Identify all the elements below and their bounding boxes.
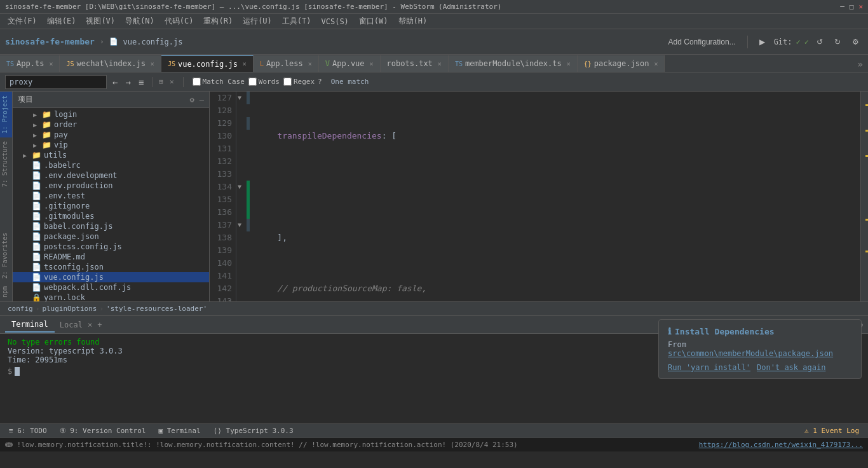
project-name: sinosafe-fe-member (5, 37, 95, 46)
sidebar-item-vue-config[interactable]: ▶ 📄 vue.config.js (13, 272, 209, 282)
run-yarn-install-btn[interactable]: Run 'yarn install' (668, 363, 750, 372)
tab-close-app-ts[interactable]: × (49, 60, 53, 67)
csdn-link[interactable]: https://blog.csdn.net/weixin_4179173... (699, 441, 863, 449)
tab-close-member[interactable]: × (567, 60, 571, 67)
sidebar-item-package-json[interactable]: ▶ 📄 package.json (13, 231, 209, 242)
fold-137[interactable]: ▼ (238, 219, 245, 231)
undo-btn[interactable]: ↺ (813, 36, 827, 48)
tab-app-vue[interactable]: V App.vue × (319, 55, 381, 72)
regex-checkbox[interactable] (283, 78, 292, 86)
menu-refactor[interactable]: 重构(R) (198, 16, 238, 27)
code-view: 127128129130 131132133 134135136 1371381… (210, 92, 630, 301)
status-bar: ≡ 6: TODO ⑨ 9: Version Control ▣ Termina… (0, 423, 868, 437)
status-terminal[interactable]: ▣ Terminal (154, 427, 204, 435)
minimize-btn[interactable]: ─ (840, 3, 844, 11)
code-content[interactable]: transpileDependencies: [ ], // productio… (250, 92, 630, 301)
menu-file[interactable]: 文件(F) (3, 16, 42, 27)
words-checkbox[interactable] (248, 78, 257, 86)
breadcrumb-style-resources[interactable]: 'style-resources-loader' (106, 305, 207, 313)
run-btn[interactable]: ▶ (756, 36, 769, 48)
event-log-btn[interactable]: ⚠ 1 Event Log (801, 427, 863, 435)
sidebar-item-yarn-lock[interactable]: ▶ 🔒 yarn.lock (13, 292, 209, 301)
tab-close-robots[interactable]: × (438, 60, 442, 67)
sidebar-item-readme[interactable]: ▶ 📄 README.md (13, 252, 209, 262)
add-config-btn[interactable]: Add Configuration... (665, 36, 740, 48)
vtab-favorites[interactable]: 2: Favorites (0, 229, 12, 282)
sidebar-item-vip[interactable]: ▶ 📁 vip (13, 140, 209, 150)
sidebar-item-env-prod[interactable]: ▶ 📄 .env.production (13, 181, 209, 191)
terminal-local-tab[interactable]: Local (60, 320, 83, 329)
tab-close-package[interactable]: × (654, 60, 658, 67)
menu-nav[interactable]: 导航(N) (120, 16, 159, 27)
match-case-checkbox[interactable] (193, 78, 201, 86)
redo-btn[interactable]: ↻ (831, 36, 844, 48)
menu-view[interactable]: 视图(V) (81, 16, 120, 27)
menu-window[interactable]: 窗口(W) (354, 16, 393, 27)
sidebar-item-utils[interactable]: ▶ 📁 utils (13, 150, 209, 160)
sidebar-item-login[interactable]: ▶ 📁 login (13, 109, 209, 120)
menu-run[interactable]: 运行(U) (238, 16, 277, 27)
sidebar-item-env-dev[interactable]: ▶ 📄 .env.development (13, 170, 209, 181)
vtab-structure[interactable]: 7: Structure (0, 137, 12, 191)
tab-wechat-index[interactable]: JS wechat\index.js × (60, 55, 161, 72)
search-input[interactable] (5, 75, 107, 89)
menu-tools[interactable]: 工具(T) (277, 16, 316, 27)
close-btn[interactable]: ✕ (858, 3, 863, 11)
close-search-btn[interactable]: ✕ (170, 78, 174, 86)
sidebar-item-gitmodules[interactable]: ▶ 📄 .gitmodules (13, 211, 209, 221)
vtab-npm[interactable]: npm (0, 282, 12, 301)
sidebar-item-tsconfig[interactable]: ▶ 📄 tsconfig.json (13, 262, 209, 272)
tab-close-wechat[interactable]: × (151, 60, 154, 67)
tab-vue-config[interactable]: JS vue.config.js × (161, 55, 254, 72)
words-option[interactable]: Words (248, 78, 280, 86)
fold-134[interactable]: ▼ (238, 181, 245, 193)
match-case-option[interactable]: Match Case (193, 78, 245, 86)
sidebar-item-pay[interactable]: ▶ 📁 pay (13, 130, 209, 140)
sidebar-collapse-icon[interactable]: — (200, 95, 204, 104)
tab-close-app-less[interactable]: × (308, 60, 312, 67)
menu-help[interactable]: 帮助(H) (393, 16, 433, 27)
terminal-close-btn[interactable]: × (88, 320, 92, 329)
menu-edit[interactable]: 编辑(E) (42, 16, 81, 27)
settings-btn[interactable]: ⚙ (848, 36, 863, 48)
status-vcs[interactable]: ⑨ 9: Version Control (56, 427, 150, 435)
sidebar-item-gitignore[interactable]: ▶ 📄 .gitignore (13, 201, 209, 211)
code-line-127: transpileDependencies: [ (257, 130, 630, 142)
terminal-add-btn[interactable]: + (97, 320, 102, 329)
tab-package-json[interactable]: {} package.json × (578, 55, 665, 72)
fold-127[interactable]: ▼ (238, 92, 245, 104)
tabs-overflow[interactable]: » (853, 57, 868, 72)
status-typescript[interactable]: ⟨⟩ TypeScript 3.0.3 (210, 427, 297, 435)
tab-app-ts[interactable]: TS App.ts × (0, 55, 60, 72)
tab-close-vue-config[interactable]: × (243, 60, 247, 67)
tab-app-less[interactable]: L App.less × (254, 55, 319, 72)
sidebar-item-babel-config[interactable]: ▶ 📄 babel.config.js (13, 221, 209, 231)
breadcrumb-config[interactable]: config (8, 305, 33, 313)
toolbar: sinosafe-fe-member › 📄 vue.config.js Add… (0, 29, 868, 55)
right-scroll-indicator[interactable] (860, 92, 868, 301)
tab-member-module[interactable]: TS memberModule\index.ts × (449, 55, 578, 72)
file-icon: 📄 (32, 161, 41, 170)
sidebar-settings-icon[interactable]: ⚙ (190, 95, 194, 104)
regex-option[interactable]: Regex ? (283, 78, 322, 86)
sidebar-item-postcss[interactable]: ▶ 📄 postcss.config.js (13, 242, 209, 252)
breadcrumb-plugin-options[interactable]: pluginOptions (42, 305, 97, 313)
search-filter-btn[interactable]: ≡ (137, 77, 146, 87)
status-todo[interactable]: ≡ 6: TODO (5, 427, 51, 435)
tab-robots[interactable]: robots.txt × (381, 55, 449, 72)
sidebar-item-webpack-dll[interactable]: ▶ 📄 webpack.dll.conf.js (13, 282, 209, 292)
sidebar-item-env-test[interactable]: ▶ 📄 .env.test (13, 191, 209, 201)
vtab-project[interactable]: 1: Project (0, 92, 12, 137)
search-prev-btn[interactable]: ← (111, 77, 119, 87)
maximize-btn[interactable]: □ (850, 3, 854, 11)
menu-code[interactable]: 代码(C) (159, 16, 199, 27)
tab-close-app-vue[interactable]: × (370, 60, 374, 67)
replace-toggle[interactable]: ⊞ (159, 78, 163, 86)
sidebar-item-order[interactable]: ▶ 📁 order (13, 120, 209, 130)
sidebar-item-babelrc[interactable]: ▶ 📄 .babelrc (13, 160, 209, 170)
dont-ask-again-btn[interactable]: Don't ask again (757, 363, 825, 372)
search-next-btn[interactable]: → (123, 77, 132, 87)
bottom-tab-terminal[interactable]: Terminal (5, 317, 55, 333)
notification-link[interactable]: src\common\memberModule\package.json (668, 349, 833, 358)
menu-vcs[interactable]: VCS(S) (316, 17, 354, 26)
